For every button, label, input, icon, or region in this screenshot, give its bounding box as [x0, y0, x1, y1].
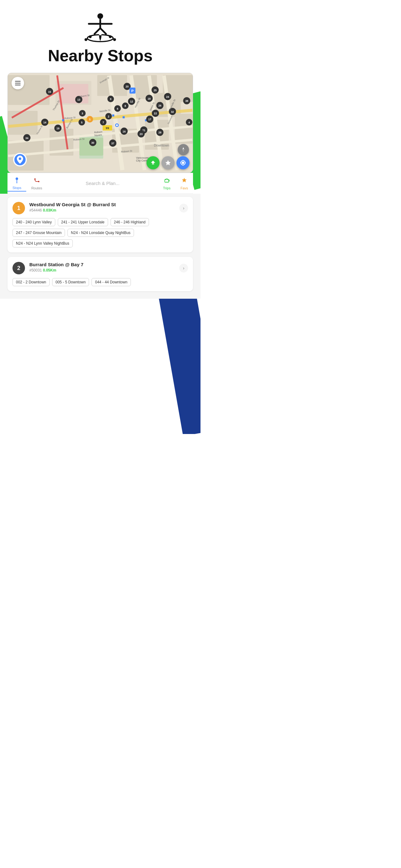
- svg-text:9: 9: [110, 98, 111, 101]
- svg-point-7: [109, 35, 112, 38]
- hamburger-line-2: [15, 83, 21, 84]
- stop-routes-2: 002 - 2 Downtown 005 - 5 Downtown 044 - …: [12, 278, 188, 286]
- locate-me-button[interactable]: [176, 156, 190, 169]
- svg-text:32: 32: [171, 110, 174, 114]
- favs-icon: [180, 177, 188, 186]
- stop-info-1: Westbound W Georgia St @ Burrard St #544…: [29, 202, 175, 213]
- svg-marker-129: [182, 147, 184, 150]
- svg-text:24: 24: [166, 95, 169, 98]
- map-compass[interactable]: [178, 144, 189, 155]
- location-pin-button[interactable]: [12, 152, 28, 169]
- svg-text:3: 3: [81, 112, 83, 115]
- stops-list: 1 Westbound W Georgia St @ Burrard St #5…: [0, 194, 201, 299]
- svg-point-137: [15, 178, 18, 180]
- svg-point-6: [89, 35, 92, 38]
- trips-label: Trips: [163, 186, 170, 190]
- svg-text:8: 8: [125, 105, 126, 108]
- svg-text:16: 16: [123, 130, 126, 133]
- stop-name-2: Burrard Station @ Bay 7: [29, 262, 175, 267]
- stop-number-1: 1: [12, 202, 25, 214]
- nav-favs[interactable]: Favs: [175, 175, 193, 191]
- route-tag-247[interactable]: 247 - 247 Grouse Mountain: [12, 229, 65, 237]
- route-tag-005[interactable]: 005 - 5 Downtown: [52, 278, 89, 286]
- map-action-buttons: [146, 156, 190, 169]
- stop-info-2: Burrard Station @ Bay 7 #50031 0.05Km: [29, 262, 175, 273]
- stops-icon: [13, 176, 21, 185]
- svg-text:19: 19: [57, 127, 60, 130]
- svg-text:1: 1: [89, 118, 91, 121]
- stop-meta-2: #50031 0.05Km: [29, 268, 175, 273]
- nav-routes[interactable]: Routes: [26, 175, 47, 191]
- svg-text:7: 7: [102, 121, 104, 124]
- map-menu-button[interactable]: [11, 77, 24, 89]
- svg-text:6: 6: [117, 107, 119, 110]
- route-tag-n24-lynn[interactable]: N24 - N24 Lynn Valley NightBus: [12, 239, 73, 247]
- svg-point-128: [19, 161, 21, 163]
- stop-card-1: 1 Westbound W Georgia St @ Burrard St #5…: [7, 197, 193, 252]
- stops-label: Stops: [12, 186, 21, 190]
- svg-rect-138: [16, 180, 17, 183]
- svg-marker-130: [182, 150, 184, 152]
- svg-point-139: [16, 183, 18, 183]
- svg-point-8: [85, 38, 88, 41]
- route-tag-002[interactable]: 002 - 2 Downtown: [12, 278, 49, 286]
- app-icon: [81, 9, 119, 44]
- svg-point-0: [97, 13, 103, 19]
- stop-meta-1: #54446 0.03Km: [29, 208, 175, 213]
- svg-rect-35: [112, 114, 114, 117]
- header: Nearby Stops: [0, 0, 201, 73]
- svg-text:4: 4: [188, 121, 190, 124]
- svg-text:38: 38: [185, 99, 188, 102]
- svg-text:2: 2: [108, 115, 109, 118]
- svg-text:17: 17: [148, 118, 152, 121]
- svg-point-127: [19, 157, 21, 160]
- svg-rect-38: [62, 119, 64, 122]
- stop-name-1: Westbound W Georgia St @ Burrard St: [29, 202, 175, 207]
- favs-label: Favs: [180, 186, 188, 190]
- svg-point-131: [182, 161, 184, 164]
- page-title: Nearby Stops: [48, 47, 153, 65]
- svg-text:13: 13: [77, 98, 80, 101]
- route-tag-240[interactable]: 240 - 240 Lynn Valley: [12, 218, 55, 226]
- svg-text:28: 28: [158, 131, 162, 134]
- route-tag-044[interactable]: 044 - 44 Downtown: [92, 278, 131, 286]
- search-placeholder: Search & Plan...: [86, 181, 119, 186]
- svg-text:20: 20: [126, 85, 129, 88]
- stop-header-1: 1 Westbound W Georgia St @ Burrard St #5…: [12, 202, 188, 214]
- hamburger-line-3: [15, 85, 21, 85]
- map-container: 1 2 3 5 6 7 8: [7, 73, 193, 173]
- svg-rect-17: [58, 84, 88, 103]
- route-tag-241[interactable]: 241 - 241 Upper Lonsdale: [58, 218, 108, 226]
- svg-text:30: 30: [91, 141, 94, 144]
- stop-arrow-1[interactable]: ›: [179, 204, 188, 213]
- stop-number-2: 2: [12, 262, 25, 274]
- svg-text:15: 15: [48, 90, 51, 93]
- svg-text:22: 22: [154, 112, 157, 115]
- svg-text:P: P: [131, 89, 134, 93]
- svg-text:18: 18: [148, 97, 151, 100]
- svg-point-103: [116, 124, 118, 126]
- svg-rect-36: [123, 116, 125, 118]
- svg-point-9: [113, 38, 116, 41]
- svg-text:25: 25: [154, 89, 157, 92]
- svg-text:Downtown: Downtown: [154, 144, 169, 148]
- favorite-button[interactable]: [162, 156, 175, 169]
- stop-arrow-2[interactable]: ›: [179, 264, 188, 273]
- nav-trips[interactable]: Trips: [158, 175, 175, 191]
- svg-text:23: 23: [140, 132, 143, 135]
- svg-text:5: 5: [81, 121, 82, 124]
- directions-button[interactable]: [146, 156, 160, 169]
- stop-header-2: 2 Burrard Station @ Bay 7 #50031 0.05Km …: [12, 262, 188, 274]
- stop-card-2: 2 Burrard Station @ Bay 7 #50031 0.05Km …: [7, 257, 193, 291]
- map-background: 1 2 3 5 6 7 8: [8, 73, 193, 173]
- route-tag-n24-lonsdale[interactable]: N24 - N24 Lonsdale Quay NightBus: [67, 229, 134, 237]
- nav-stops[interactable]: Stops: [7, 175, 26, 191]
- search-bar[interactable]: Search & Plan...: [47, 181, 158, 186]
- svg-text:12: 12: [130, 100, 133, 103]
- svg-text:34: 34: [25, 136, 28, 140]
- trips-icon: [163, 177, 170, 186]
- bg-accent-right-bottom: [156, 276, 201, 434]
- svg-point-10: [99, 32, 101, 35]
- svg-text:37: 37: [111, 142, 114, 145]
- route-tag-246[interactable]: 246 - 246 Highland: [110, 218, 149, 226]
